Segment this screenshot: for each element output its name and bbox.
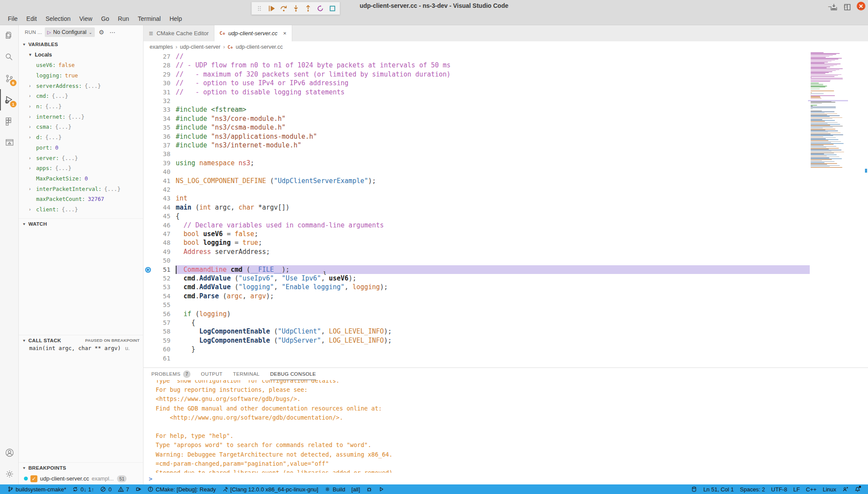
code-line-30[interactable]: 30// - option to use IPv4 or IPv6 addres… [144, 79, 868, 87]
activity-extensions-icon[interactable] [0, 110, 19, 132]
activity-test-panel-icon[interactable] [0, 132, 19, 153]
variable-row[interactable]: ›d:{...} [19, 132, 143, 143]
variable-row[interactable]: logging:true [19, 70, 143, 81]
close-icon[interactable]: × [283, 30, 287, 37]
step-out-button[interactable] [302, 3, 314, 14]
step-over-button[interactable] [278, 3, 289, 14]
panel-tab-debug-console[interactable]: DEBUG CONSOLE [270, 368, 316, 380]
code-line-43[interactable]: 43int [144, 194, 868, 203]
code-line-42[interactable]: 42 [144, 185, 868, 194]
run-or-debug-icon[interactable] [830, 3, 838, 13]
status-bug[interactable] [363, 486, 375, 492]
chevron-right-icon[interactable]: › [29, 135, 36, 140]
status--all-[interactable]: [all] [348, 486, 363, 493]
activity-account-icon[interactable] [0, 442, 19, 463]
variable-row[interactable]: ›apps:{...} [19, 163, 143, 174]
chevron-right-icon[interactable]: › [29, 156, 36, 160]
tab-udp-client-server-cc[interactable]: C+udp-client-server.cc× [214, 25, 292, 41]
variable-row[interactable]: MaxPacketSize:0 [19, 174, 143, 184]
status-c++[interactable]: C++ [803, 486, 820, 493]
breadcrumb-item[interactable]: udp-client-server.cc [236, 44, 283, 50]
code-line-33[interactable]: 33#include <fstream> [144, 105, 868, 114]
breadcrumb-item[interactable]: udp-client-server [180, 44, 220, 50]
code-line-48[interactable]: 48 bool logging = true; [144, 238, 868, 247]
code-line-55[interactable]: 55 [144, 300, 868, 309]
breakpoint-checkbox[interactable]: ✓ [30, 475, 37, 482]
status-info[interactable]: CMake: [Debug]: Ready [144, 486, 219, 493]
status-utf-8[interactable]: UTF-8 [768, 486, 790, 493]
status-sync[interactable]: 0↓ 1↑ [69, 486, 97, 493]
code-line-59[interactable]: 59 LogComponentEnable ("UdpServer", LOG_… [144, 336, 868, 345]
code-line-36[interactable]: 36#include "ns3/applications-module.h" [144, 132, 868, 141]
breadcrumb-item[interactable]: examples [150, 44, 173, 50]
chevron-right-icon[interactable]: › [29, 93, 36, 98]
step-into-button[interactable] [290, 3, 301, 14]
chevron-right-icon[interactable]: › [29, 124, 36, 129]
debug-settings-gear-icon[interactable]: ⚙ [97, 29, 106, 36]
code-line-51[interactable]: 51 CommandLine cmd (__FILE__); [144, 265, 868, 274]
start-debug-icon[interactable]: ▷ [47, 30, 51, 35]
status-database[interactable] [688, 486, 700, 492]
variable-row[interactable]: ›serverAddress:{...} [19, 80, 143, 91]
status-tools[interactable]: [Clang 12.0.0 x86_64-pc-linux-gnu] [219, 486, 321, 493]
menu-view[interactable]: View [75, 13, 97, 24]
code-line-31[interactable]: 31// - option to disable logging stateme… [144, 88, 868, 97]
menu-terminal[interactable]: Terminal [134, 13, 165, 24]
code-line-53[interactable]: 53 cmd.AddValue ("logging", "Enable logg… [144, 283, 868, 291]
code-line-37[interactable]: 37#include "ns3/internet-module.h" [144, 141, 868, 150]
chevron-right-icon[interactable]: › [29, 83, 36, 88]
menu-go[interactable]: Go [97, 13, 114, 24]
console-prompt[interactable]: > [149, 475, 152, 482]
variable-row[interactable]: ›cmd:{...} [19, 91, 143, 101]
code-line-34[interactable]: 34#include "ns3/core-module.h" [144, 114, 868, 123]
code-line-47[interactable]: 47 bool useV6 = false; [144, 230, 868, 238]
code-line-29[interactable]: 29// - maximum of 320 packets sent (or l… [144, 70, 868, 79]
code-line-52[interactable]: 52 cmd.AddValue ("useIpv6", "Use Ipv6", … [144, 274, 868, 283]
code-line-58[interactable]: 58 LogComponentEnable ("UdpClient", LOG_… [144, 327, 868, 336]
code-line-45[interactable]: 45{ [144, 212, 868, 220]
debug-console-output[interactable]: Type "show configuration" for configurat… [144, 380, 868, 473]
variable-row[interactable]: ›csma:{...} [19, 122, 143, 132]
chevron-right-icon[interactable]: › [29, 166, 36, 170]
more-actions-icon[interactable]: ⋯ [108, 29, 117, 36]
code-line-28[interactable]: 28// - UDP flow from n0 to n1 of 1024 by… [144, 61, 868, 70]
menu-file[interactable]: File [3, 13, 22, 24]
status-feedback[interactable] [839, 486, 851, 492]
chevron-right-icon[interactable]: › [29, 187, 36, 191]
menu-run[interactable]: Run [114, 13, 134, 24]
variable-row[interactable]: ›server:{...} [19, 153, 143, 163]
code-line-57[interactable]: 57 { [144, 318, 868, 327]
activity-settings-icon[interactable] [0, 463, 19, 484]
status-lf[interactable]: LF [790, 486, 803, 493]
chevron-right-icon[interactable]: › [29, 104, 36, 109]
restart-button[interactable] [314, 3, 326, 14]
code-line-60[interactable]: 60 } [144, 345, 868, 354]
activity-explorer-icon[interactable] [0, 25, 19, 47]
activity-run-and-debug-icon[interactable]: 1 [0, 89, 19, 110]
menu-help[interactable]: Help [165, 13, 187, 24]
more-actions-icon[interactable]: ⋯ [857, 4, 864, 12]
panel-tab-problems[interactable]: PROBLEMS7 [151, 368, 190, 380]
breakpoints-section-header[interactable]: ▼ BREAKPOINTS [19, 462, 143, 473]
status-play[interactable] [375, 486, 387, 492]
split-editor-icon[interactable] [844, 3, 851, 13]
code-line-35[interactable]: 35#include "ns3/csma-module.h" [144, 123, 868, 132]
breakpoint-row[interactable]: ✓ udp-client-server.cc exampl... 51 [19, 473, 143, 484]
activity-search-icon[interactable] [0, 47, 19, 68]
variable-row[interactable]: ›n:{...} [19, 101, 143, 112]
variables-section-header[interactable]: ▼ VARIABLES [19, 39, 143, 50]
menu-selection[interactable]: Selection [41, 13, 75, 24]
variable-row[interactable]: maxPacketCount:32767 [19, 194, 143, 204]
toolbar-grip-handle[interactable] [254, 3, 265, 14]
code-line-32[interactable]: 32 [144, 97, 868, 105]
panel-tab-terminal[interactable]: TERMINAL [233, 368, 260, 380]
status-spaces-2[interactable]: Spaces: 2 [737, 486, 768, 493]
stack-frame-row[interactable]: main(int argc, char ** argv) u. [19, 343, 143, 353]
variable-row[interactable]: port:0 [19, 143, 143, 153]
status-linux[interactable]: Linux [820, 486, 839, 493]
code-line-54[interactable]: 54 cmd.Parse (argc, argv); [144, 292, 868, 300]
launch-config-dropdown[interactable]: ▷ No Configural ⌄ [45, 27, 95, 37]
stop-button[interactable] [327, 3, 338, 14]
code-line-49[interactable]: 49 Address serverAddress; [144, 247, 868, 256]
status-bell[interactable] [851, 486, 864, 492]
